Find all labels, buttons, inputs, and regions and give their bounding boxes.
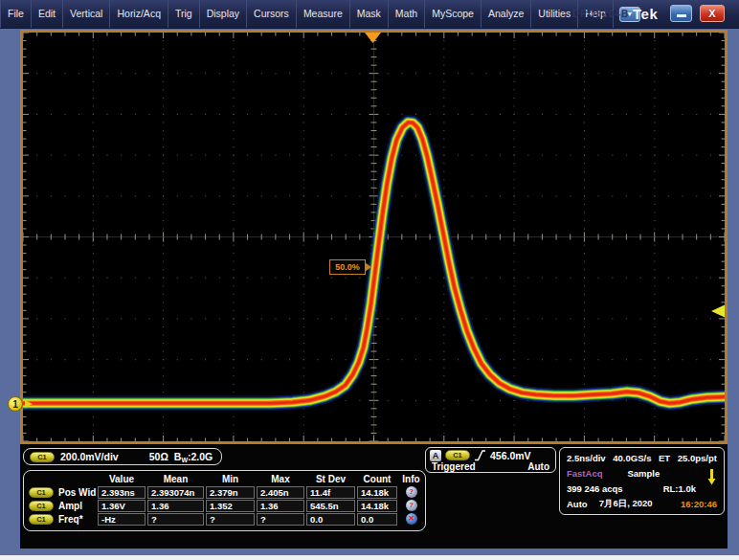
menu-item-mask[interactable]: Mask (350, 0, 389, 28)
menu-item-edit[interactable]: Edit (32, 0, 63, 28)
menu-item-cursors[interactable]: Cursors (247, 0, 297, 28)
vertical-scale-value: 200.0mV/div (60, 451, 119, 462)
menu-item-display[interactable]: Display (200, 0, 247, 28)
channel-1-arrow-icon (25, 400, 33, 408)
scope-display-panel: 50.0% 1 C1 200.0mV/div 50Ω BW:2.0G Value… (20, 30, 728, 549)
trigger-mode: Auto (527, 461, 549, 472)
table-row-pos-wid[interactable]: C1Pos Wid 2.393ns 2.393074n 2.379n 2.405… (24, 485, 425, 499)
oscilloscope-screen: { "window": { "model_faint": "DPO5204B",… (0, 0, 739, 560)
date-value: 7月6日, 2020 (599, 498, 653, 510)
measurement-error-icon[interactable]: ✕ (406, 513, 417, 525)
menu-item-file[interactable]: File (0, 0, 32, 28)
header-info: Info (398, 474, 424, 484)
channel-1-position-marker[interactable]: 1 (8, 396, 23, 412)
header-mean: Mean (146, 474, 205, 484)
waveform-display (23, 33, 725, 441)
menu-item-myscope[interactable]: MyScope (425, 0, 481, 28)
tek-logo: Tek (633, 6, 658, 22)
menu-item-horiz-acq[interactable]: Horiz/Acq (110, 0, 168, 28)
header-stdev: St Dev (305, 474, 356, 484)
instrument-model-label: DPO5204B (572, 9, 629, 19)
bandwidth-value: BW:2.0G (174, 451, 213, 463)
acquisition-readout[interactable]: 2.5ns/div 40.0GS/s ET 25.0ps/pt FastAcq … (559, 447, 725, 515)
header-value: Value (97, 474, 146, 484)
menu-bar: File Edit Vertical Horiz/Acq Trig Displa… (0, 0, 739, 29)
menu-item-analyze[interactable]: Analyze (481, 0, 531, 28)
time-value: 16:20:46 (681, 499, 717, 509)
minimize-icon (677, 14, 686, 17)
table-row-ampl[interactable]: C1Ampl 1.36V 1.36 1.352 1.36 545.5n 14.1… (24, 499, 425, 512)
fastacq-label: FastAcq (567, 468, 602, 479)
timebase-value: 2.5ns/div (567, 453, 606, 463)
rising-edge-icon (474, 449, 486, 461)
sample-rate-value: 40.0GS/s (613, 453, 651, 463)
measurement-info-icon[interactable]: ? (406, 486, 417, 498)
header-min: Min (205, 474, 256, 484)
trigger-level-value: 456.0mV (490, 450, 531, 461)
record-length-value: RL:1.0k (663, 483, 696, 494)
header-count: Count (356, 474, 398, 484)
menu-item-trig[interactable]: Trig (168, 0, 200, 28)
screenshot-bottom-edge (0, 555, 739, 560)
channel-badge[interactable]: C1 (29, 514, 54, 525)
fastacq-temperature-icon (706, 468, 717, 485)
menu-item-vertical[interactable]: Vertical (63, 0, 110, 28)
trigger-level-tag[interactable]: 50.0% (329, 259, 366, 275)
resolution-value: 25.0ps/pt (678, 453, 717, 463)
trigger-mode-label: Auto (567, 499, 588, 509)
graticule: 50.0% 1 (20, 30, 728, 444)
menu-item-utilities[interactable]: Utilities (531, 0, 578, 28)
header-max: Max (256, 474, 305, 484)
channel-badge[interactable]: C1 (29, 501, 54, 511)
minimize-button[interactable] (670, 5, 692, 22)
trigger-level-arrow[interactable] (711, 305, 725, 318)
close-button[interactable]: X (700, 5, 725, 22)
channel-badge[interactable]: C1 (30, 452, 55, 462)
menu-item-measure[interactable]: Measure (297, 0, 350, 28)
trigger-position-marker[interactable] (365, 33, 381, 43)
table-row-freq[interactable]: C1Freq* -Hz ? ? ? 0.0 0.0 ✕ (24, 512, 425, 526)
menu-item-math[interactable]: Math (389, 0, 425, 28)
channel-readout[interactable]: C1 200.0mV/div 50Ω BW:2.0G (23, 448, 222, 465)
et-label: ET (659, 453, 670, 463)
acq-mode-label: Sample (627, 468, 660, 479)
measurement-info-icon[interactable]: ? (406, 500, 417, 511)
acq-count-value: 399 246 acqs (567, 483, 623, 494)
termination-value: 50Ω (149, 451, 168, 462)
trigger-source-badge[interactable]: C1 (445, 450, 470, 460)
measurement-table: Value Mean Min Max St Dev Count Info C1P… (23, 470, 426, 531)
measurement-header-row: Value Mean Min Max St Dev Count Info (24, 473, 425, 485)
trigger-readout[interactable]: A C1 456.0mV Triggered Auto (425, 447, 556, 473)
channel-badge[interactable]: C1 (29, 487, 54, 498)
trigger-a-badge: A (430, 450, 441, 461)
trigger-status: Triggered (432, 461, 476, 472)
